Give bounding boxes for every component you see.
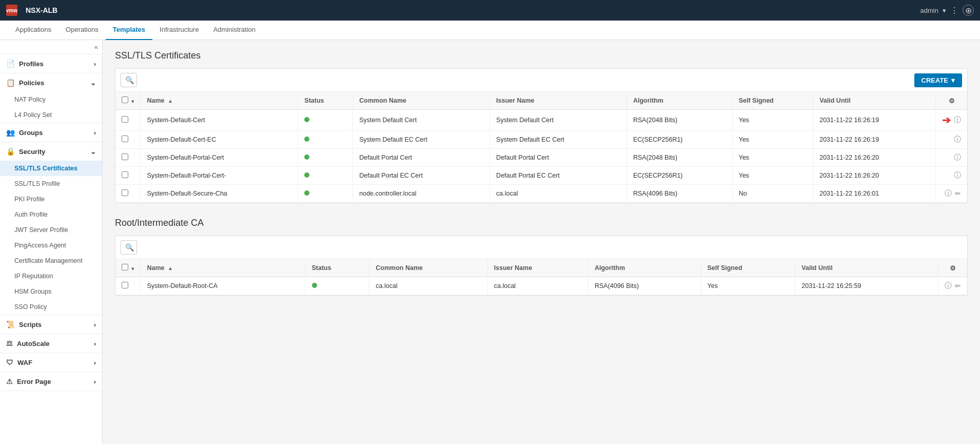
sidebar-item-ssl-tls-certs[interactable]: SSL/TLS Certificates bbox=[0, 161, 102, 176]
table-row: System-Default-Secure-Cha node.controlle… bbox=[115, 185, 967, 203]
sidebar-item-ip-reputation[interactable]: IP Reputation bbox=[0, 268, 102, 284]
groups-icon: 👥 bbox=[6, 128, 15, 137]
sidebar-item-nat-policy[interactable]: NAT Policy bbox=[0, 92, 102, 107]
col-status: Status bbox=[298, 92, 353, 110]
chevron-down-icon: ⌄ bbox=[90, 148, 96, 156]
chevron-right-icon: › bbox=[94, 340, 96, 348]
sidebar-section-header-error-page[interactable]: ⚠Error Page › bbox=[0, 372, 102, 391]
table-row: System-Default-Portal-Cert Default Porta… bbox=[115, 149, 967, 167]
sidebar-item-l4-policy-set[interactable]: L4 Policy Set bbox=[0, 107, 102, 123]
nav-operations[interactable]: Operations bbox=[58, 21, 106, 40]
row-checkbox-cell bbox=[115, 167, 141, 185]
sidebar-item-auth-profile[interactable]: Auth Profile bbox=[0, 207, 102, 222]
search-icon: 🔍 bbox=[125, 76, 134, 84]
status-dot-green bbox=[312, 283, 317, 288]
row-checkbox-cell bbox=[115, 131, 141, 149]
select-all-checkbox[interactable] bbox=[122, 264, 128, 271]
row-checkbox[interactable] bbox=[122, 282, 128, 288]
groups-label: Groups bbox=[19, 129, 43, 137]
sidebar-item-pki-profile[interactable]: PKI Profile bbox=[0, 191, 102, 207]
cert-issuer-name: System Default Cert bbox=[490, 110, 627, 131]
chevron-down-icon[interactable]: ▾ bbox=[943, 7, 946, 14]
shield-icon[interactable]: ⊕ bbox=[963, 5, 974, 16]
cert-self-signed: Yes bbox=[701, 277, 795, 295]
sidebar-section-header-groups[interactable]: 👥Groups › bbox=[0, 123, 102, 142]
policies-label: Policies bbox=[19, 79, 44, 87]
more-vertical-icon[interactable]: ⋮ bbox=[950, 6, 958, 15]
info-icon[interactable]: ⓘ bbox=[954, 171, 961, 180]
info-icon[interactable]: ⓘ bbox=[945, 281, 952, 291]
sidebar-section-header-waf[interactable]: 🛡WAF › bbox=[0, 353, 102, 372]
sidebar-section-scripts: 📜Scripts › bbox=[0, 315, 102, 334]
col-issuer-name: Issuer Name bbox=[487, 259, 588, 277]
cert-self-signed: Yes bbox=[732, 110, 813, 131]
root-ca-search-button[interactable]: 🔍 bbox=[121, 240, 137, 255]
app-title: NSX-ALB bbox=[26, 6, 57, 14]
select-all-checkbox[interactable] bbox=[122, 96, 128, 103]
row-checkbox-cell bbox=[115, 110, 141, 131]
col-name: Name ▲ bbox=[141, 259, 305, 277]
row-checkbox[interactable] bbox=[122, 116, 128, 123]
error-page-label: Error Page bbox=[17, 378, 51, 385]
cert-self-signed: No bbox=[732, 185, 813, 203]
row-checkbox[interactable] bbox=[122, 153, 128, 160]
action-icons: ➔ ⓘ bbox=[942, 114, 961, 126]
cert-status bbox=[305, 277, 369, 295]
cert-issuer-name: ca.local bbox=[487, 277, 588, 295]
collapse-icon: « bbox=[94, 43, 98, 51]
nav-applications[interactable]: Applications bbox=[8, 21, 58, 40]
sidebar-item-sso-policy[interactable]: SSO Policy bbox=[0, 299, 102, 315]
cert-status bbox=[298, 185, 353, 203]
nav-infrastructure[interactable]: Infrastructure bbox=[152, 21, 206, 40]
ssl-tls-search-button[interactable]: 🔍 bbox=[121, 73, 137, 87]
sidebar-section-header-security[interactable]: 🔒Security ⌄ bbox=[0, 142, 102, 161]
sidebar-section-header-policies[interactable]: 📋Policies ⌄ bbox=[0, 73, 102, 92]
row-checkbox-cell bbox=[115, 185, 141, 203]
table-row: System-Default-Portal-Cert- Default Port… bbox=[115, 167, 967, 185]
sidebar-section-header-profiles[interactable]: 📄Profiles › bbox=[0, 54, 102, 73]
nav-administration[interactable]: Administration bbox=[206, 21, 263, 40]
row-checkbox[interactable] bbox=[122, 136, 128, 142]
col-name: Name ▲ bbox=[141, 92, 298, 110]
sidebar-section-header-scripts[interactable]: 📜Scripts › bbox=[0, 315, 102, 334]
sidebar-section-groups: 👥Groups › bbox=[0, 123, 102, 142]
info-icon[interactable]: ⓘ bbox=[954, 153, 961, 162]
sidebar-collapse-button[interactable]: « bbox=[0, 40, 102, 54]
row-checkbox[interactable] bbox=[122, 189, 128, 196]
row-checkbox-cell bbox=[115, 149, 141, 167]
cert-name: System-Default-Cert-EC bbox=[141, 131, 298, 149]
cert-self-signed: Yes bbox=[732, 167, 813, 185]
col-settings: ⚙ bbox=[936, 92, 968, 110]
sidebar-section-header-autoscale[interactable]: ⚖AutoScale › bbox=[0, 334, 102, 353]
sidebar: « 📄Profiles › 📋Policies ⌄ NAT Policy L4 … bbox=[0, 40, 103, 444]
row-checkbox[interactable] bbox=[122, 171, 128, 178]
sort-icon: ▾ bbox=[131, 99, 134, 104]
sort-icon: ▾ bbox=[131, 266, 134, 272]
nav-templates[interactable]: Templates bbox=[106, 21, 152, 40]
sidebar-item-certificate-management[interactable]: Certificate Management bbox=[0, 253, 102, 268]
edit-icon[interactable]: ✏ bbox=[955, 189, 961, 198]
cert-issuer-name: Default Portal Cert bbox=[490, 149, 627, 167]
sidebar-item-hsm-groups[interactable]: HSM Groups bbox=[0, 284, 102, 299]
create-button[interactable]: CREATE ▾ bbox=[914, 73, 962, 87]
user-label: admin bbox=[920, 7, 938, 14]
sidebar-item-pingaccess-agent[interactable]: PingAccess Agent bbox=[0, 238, 102, 253]
cert-valid-until: 2031-11-22 16:26:01 bbox=[813, 185, 936, 203]
info-icon[interactable]: ⓘ bbox=[954, 135, 961, 144]
sidebar-item-ssl-tls-profile[interactable]: SSL/TLS Profile bbox=[0, 176, 102, 191]
action-icons: ⓘ bbox=[942, 153, 961, 162]
col-common-name: Common Name bbox=[353, 92, 490, 110]
sidebar-section-error-page: ⚠Error Page › bbox=[0, 372, 102, 391]
action-icons: ⓘ bbox=[942, 135, 961, 144]
root-ca-toolbar: 🔍 bbox=[115, 236, 967, 259]
cert-valid-until: 2031-11-22 16:26:19 bbox=[813, 110, 936, 131]
cert-algorithm: EC(SECP256R1) bbox=[626, 167, 732, 185]
info-icon[interactable]: ⓘ bbox=[954, 115, 961, 125]
row-checkbox-cell bbox=[115, 277, 141, 295]
cert-actions: ➔ ⓘ bbox=[936, 110, 968, 131]
cert-name: System-Default-Secure-Cha bbox=[141, 185, 298, 203]
sidebar-item-jwt-server-profile[interactable]: JWT Server Profile bbox=[0, 222, 102, 238]
search-icon: 🔍 bbox=[125, 243, 134, 252]
info-icon[interactable]: ⓘ bbox=[945, 189, 952, 198]
edit-icon[interactable]: ✏ bbox=[955, 282, 961, 290]
